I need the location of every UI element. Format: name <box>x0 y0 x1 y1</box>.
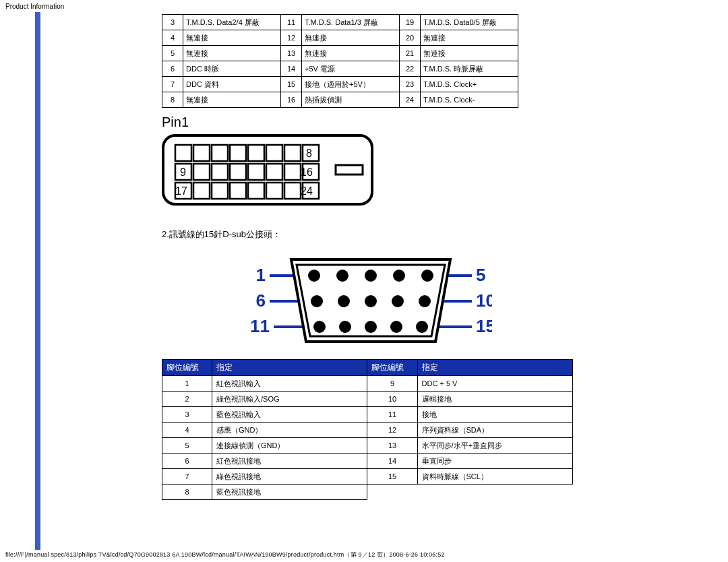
pin-num: 6 <box>162 454 212 469</box>
svg-point-52 <box>365 295 377 307</box>
svg-text:11: 11 <box>250 316 270 336</box>
pin-desc: T.M.D.S. Clock- <box>421 92 518 108</box>
svg-text:17: 17 <box>175 185 187 197</box>
svg-rect-25 <box>336 165 363 175</box>
svg-rect-20 <box>230 183 246 199</box>
dvi-connector-diagram: Pin1 8 9 16 17 24 <box>162 115 580 208</box>
pin-num: 7 <box>162 77 183 92</box>
pin-desc: 邏輯接地 <box>417 392 572 407</box>
table-row: 6DDC 時脈14+5V 電源22T.M.D.S. 時脈屏蔽 <box>162 61 518 77</box>
pin-num: 22 <box>400 61 421 77</box>
pin-num: 13 <box>281 46 302 61</box>
svg-rect-4 <box>230 145 246 161</box>
pin-desc: 無連接 <box>183 92 281 108</box>
svg-rect-11 <box>212 164 228 180</box>
pin-desc: 無連接 <box>302 46 400 61</box>
pin-desc: 無連接 <box>302 30 400 46</box>
pin-desc: 紅色視訊接地 <box>212 454 367 469</box>
svg-text:10: 10 <box>476 290 492 311</box>
pin-num: 3 <box>162 15 183 30</box>
content-area: 3T.M.D.S. Data2/4 屏蔽11T.M.D.S. Data1/3 屏… <box>162 13 580 500</box>
svg-point-50 <box>311 295 323 307</box>
pin-desc: T.M.D.S. Data0/5 屏蔽 <box>421 15 518 30</box>
pin-num: 15 <box>367 469 417 485</box>
sidebar-stripe <box>35 12 40 500</box>
svg-rect-13 <box>248 164 264 180</box>
pin-desc: 垂直同步 <box>417 454 572 469</box>
pin-num: 15 <box>281 77 302 92</box>
svg-point-47 <box>365 270 377 282</box>
pin-num: 20 <box>400 30 421 46</box>
pin-num: 5 <box>162 438 212 454</box>
dsub-header-pin-2: 腳位編號 <box>367 360 417 376</box>
pin-num: 19 <box>400 15 421 30</box>
svg-rect-7 <box>284 145 301 161</box>
svg-rect-22 <box>266 183 282 199</box>
svg-point-51 <box>338 295 350 307</box>
dsub-pin-table: 腳位編號 指定 腳位編號 指定 1紅色視訊輸入9DDC + 5 V2綠色視訊輸入… <box>162 359 573 500</box>
pin-desc: 無連接 <box>421 46 518 61</box>
pin-num: 9 <box>367 376 417 392</box>
pin-num: 13 <box>367 438 417 454</box>
svg-rect-21 <box>248 183 264 199</box>
svg-text:9: 9 <box>180 166 186 178</box>
pin-desc: 水平同步/水平+垂直同步 <box>417 438 572 454</box>
table-row: 2綠色視訊輸入/SOG10邏輯接地 <box>162 392 573 407</box>
svg-text:24: 24 <box>301 185 313 197</box>
svg-text:15: 15 <box>476 316 492 336</box>
pin-desc: 綠色視訊輸入/SOG <box>212 392 367 407</box>
pin-num: 6 <box>162 61 183 77</box>
pin-num: 3 <box>162 407 212 423</box>
pin-desc: 藍色視訊輸入 <box>212 407 367 423</box>
svg-rect-3 <box>212 145 228 161</box>
pin1-label: Pin1 <box>162 115 580 130</box>
table-row: 7綠色視訊接地15資料時脈線（SCL） <box>162 469 573 485</box>
table-row: 7DDC 資料15接地（適用於+5V）23T.M.D.S. Clock+ <box>162 77 518 92</box>
pin-desc: 紅色視訊輸入 <box>212 376 367 392</box>
pin-num: 8 <box>162 92 183 108</box>
pin-desc: 接地（適用於+5V） <box>302 77 400 92</box>
pin-desc: T.M.D.S. Data1/3 屏蔽 <box>302 15 400 30</box>
pin-desc: 無連接 <box>183 30 281 46</box>
svg-point-54 <box>419 295 431 307</box>
dsub-header-assign: 指定 <box>212 360 367 376</box>
svg-text:6: 6 <box>256 290 266 311</box>
svg-text:16: 16 <box>301 166 313 178</box>
svg-rect-6 <box>266 145 282 161</box>
pin-num: 14 <box>367 454 417 469</box>
dvi-connector-svg: 8 9 16 17 24 <box>162 133 391 207</box>
pin-desc: T.M.D.S. Clock+ <box>421 77 518 92</box>
pin-desc: 序列資料線（SDA） <box>417 423 572 438</box>
svg-point-49 <box>421 270 433 282</box>
pin-num: 10 <box>367 392 417 407</box>
svg-rect-10 <box>193 164 210 180</box>
svg-rect-2 <box>193 145 210 161</box>
table-row: 6紅色視訊接地14垂直同步 <box>162 454 573 469</box>
svg-rect-14 <box>266 164 282 180</box>
dsub-connector-diagram: 1 6 11 5 10 15 <box>162 250 580 352</box>
svg-point-55 <box>313 321 326 333</box>
svg-rect-15 <box>284 164 301 180</box>
svg-rect-12 <box>230 164 246 180</box>
svg-point-48 <box>393 270 405 282</box>
pin-num: 1 <box>162 376 212 392</box>
pin-num: 4 <box>162 423 212 438</box>
pin-desc: 接地 <box>417 407 572 423</box>
dvi-pin-table: 3T.M.D.S. Data2/4 屏蔽11T.M.D.S. Data1/3 屏… <box>162 14 518 108</box>
dsub-connector-svg: 1 6 11 5 10 15 <box>249 250 492 351</box>
pin-num: 11 <box>367 407 417 423</box>
svg-point-53 <box>392 295 404 307</box>
svg-point-45 <box>308 270 320 282</box>
table-row: 5連接線偵測（GND）13水平同步/水平+垂直同步 <box>162 438 573 454</box>
pin-desc: DDC 資料 <box>183 77 281 92</box>
table-row: 4無連接12無連接20無連接 <box>162 30 518 46</box>
pin-num: 14 <box>281 61 302 77</box>
pin-desc: T.M.D.S. Data2/4 屏蔽 <box>183 15 281 30</box>
pin-num: 12 <box>367 423 417 438</box>
svg-point-59 <box>416 321 428 333</box>
pin-num: 12 <box>281 30 302 46</box>
svg-point-56 <box>339 321 351 333</box>
pin-desc: 無連接 <box>421 30 518 46</box>
svg-rect-18 <box>193 183 210 199</box>
svg-text:1: 1 <box>256 265 266 285</box>
